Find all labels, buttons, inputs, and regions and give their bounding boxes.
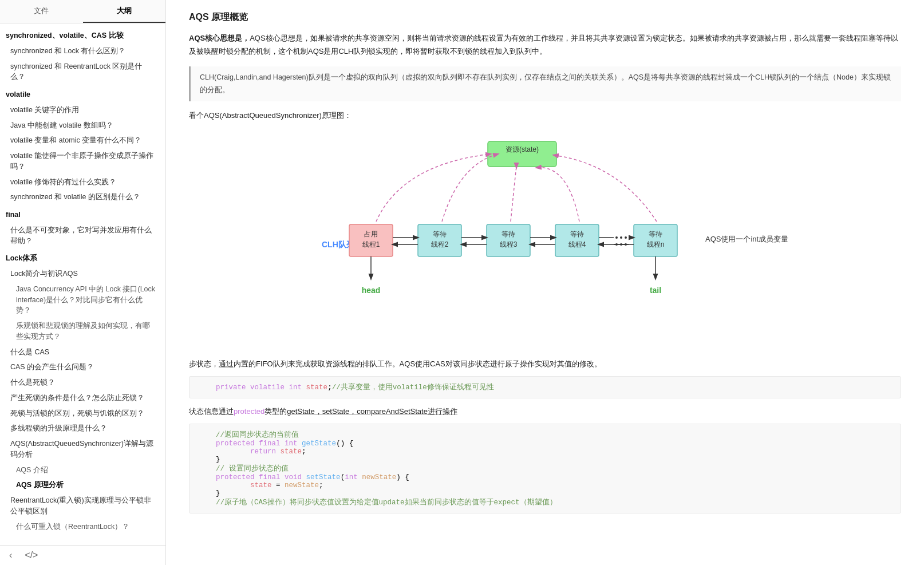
toc-item-what-reentrant[interactable]: 什么可重入锁（ReentrantLock）？	[0, 519, 165, 535]
svg-text:tail: tail	[650, 286, 661, 295]
svg-text:线程2: 线程2	[431, 240, 449, 248]
svg-text:等待: 等待	[649, 230, 662, 238]
intro-paragraph: AQS核心思想是，AQS核心思想是，如果被请求的共享资源空闲，则将当前请求资源的…	[189, 31, 901, 58]
toc-item-sync-lock[interactable]: synchronized 和 Lock 有什么区别？	[0, 44, 165, 59]
tab-file[interactable]: 文件	[0, 0, 83, 23]
diagram-container: 资源(state) CLH队列(FIFO) 占用 线程1 等待 线程2	[189, 130, 901, 347]
svg-text:等待: 等待	[502, 230, 515, 238]
toc-item-volatile-keyword[interactable]: volatile 关键字的作用	[0, 102, 165, 118]
svg-point-26	[620, 236, 622, 239]
code-button[interactable]: </>	[21, 549, 41, 562]
svg-text:AQS使用一个int成员变量: AQS使用一个int成员变量	[705, 235, 788, 243]
toc-item-lock-aqs[interactable]: Lock简介与初识AQS	[0, 266, 165, 282]
toc-item-what-deadlock[interactable]: 什么是死锁？	[0, 375, 165, 390]
toc-item-volatile-atomic[interactable]: volatile 变量和 atomic 变量有什么不同？	[0, 133, 165, 148]
diagram-caption: 看个AQS(AbstractQueuedSynchronizer)原理图：	[189, 110, 901, 121]
toc-item-multithread-upgrade[interactable]: 多线程锁的升级原理是什么？	[0, 421, 165, 436]
toc-item-sync-volatile-cas[interactable]: synchronized、volatile、CAS 比较	[0, 28, 165, 44]
tab-outline[interactable]: 大纲	[83, 0, 166, 23]
svg-text:head: head	[362, 286, 381, 295]
toc-item-reentrantlock[interactable]: ReentrantLock(重入锁)实现原理与公平锁非公平锁区别	[0, 493, 165, 519]
toc-item-volatile-practice[interactable]: volatile 修饰符的有过什么实践？	[0, 175, 165, 190]
toc-item-aqs-detail[interactable]: AQS(AbstractQueuedSynchronizer)详解与源码分析	[0, 436, 165, 463]
toc-item-aqs-principle[interactable]: AQS 原理分析	[0, 477, 165, 493]
state-methods-desc: 状态信息通过protected类型的getState，setState，comp…	[189, 406, 901, 417]
toc-item-deadlock-prevent[interactable]: 产生死锁的条件是什么？怎么防止死锁？	[0, 390, 165, 406]
svg-text:线程3: 线程3	[500, 240, 518, 248]
svg-text:占用: 占用	[364, 230, 378, 238]
toc-item-final-immutable[interactable]: 什么是不可变对象，它对写并发应用有什么帮助？	[0, 223, 165, 249]
toc-item-sync-volatile-diff[interactable]: synchronized 和 volatile 的区别是什么？	[0, 189, 165, 205]
toc-item-volatile[interactable]: volatile	[0, 87, 165, 102]
svg-text:等待: 等待	[433, 230, 447, 238]
aqs-diagram: 资源(state) CLH队列(FIFO) 占用 线程1 等待 线程2	[189, 130, 901, 336]
svg-point-25	[615, 236, 618, 239]
sidebar-bottom: ‹ </>	[0, 545, 165, 565]
toc-item-cas-aba[interactable]: CAS 的会产生什么问题？	[0, 359, 165, 375]
code-block-state: private volatile int state;//共享变量，使用vola…	[189, 376, 901, 398]
sidebar: 文件 大纲 synchronized、volatile、CAS 比较synchr…	[0, 0, 166, 565]
svg-point-27	[625, 236, 627, 239]
toc-item-what-cas[interactable]: 什么是 CAS	[0, 345, 165, 360]
step-description: 步状态，通过内置的FIFO队列来完成获取资源线程的排队工作。AQS使用CAS对该…	[189, 359, 901, 369]
main-content: AQS 原理概览 AQS核心思想是，AQS核心思想是，如果被请求的共享资源空闲，…	[166, 0, 924, 565]
svg-text:资源(state): 资源(state)	[506, 145, 539, 153]
svg-text:等待: 等待	[570, 230, 584, 238]
svg-text:线程n: 线程n	[647, 240, 665, 248]
toc-item-lock-api[interactable]: Java Concurrency API 中的 Lock 接口(Lock int…	[0, 282, 165, 318]
toc-item-sync-reentrant[interactable]: synchronized 和 ReentrantLock 区别是什么？	[0, 59, 165, 85]
sidebar-tabs: 文件 大纲	[0, 0, 165, 23]
toc-item-aqs-intro[interactable]: AQS 介绍	[0, 463, 165, 478]
toc-item-final[interactable]: final	[0, 207, 165, 223]
toc-item-volatile-array[interactable]: Java 中能创建 volatile 数组吗？	[0, 118, 165, 133]
toc-item-volatile-atomic2[interactable]: volatile 能使得一个非原子操作变成原子操作吗？	[0, 148, 165, 175]
prev-button[interactable]: ‹	[6, 549, 15, 562]
sidebar-content: synchronized、volatile、CAS 比较synchronized…	[0, 23, 165, 545]
page-title: AQS 原理概览	[189, 11, 901, 23]
toc-item-optimistic-pessimistic[interactable]: 乐观锁和悲观锁的理解及如何实现，有哪些实现方式？	[0, 318, 165, 345]
svg-text:线程4: 线程4	[568, 240, 586, 248]
quote-block: CLH(Craig,Landin,and Hagersten)队列是一个虚拟的双…	[189, 66, 901, 101]
toc-item-lock-system[interactable]: Lock体系	[0, 251, 165, 266]
svg-text:线程1: 线程1	[362, 240, 380, 248]
code-block-methods: //返回同步状态的当前值 protected final int getStat…	[189, 424, 901, 513]
toc-item-deadlock-livelock[interactable]: 死锁与活锁的区别，死锁与饥饿的区别？	[0, 406, 165, 421]
